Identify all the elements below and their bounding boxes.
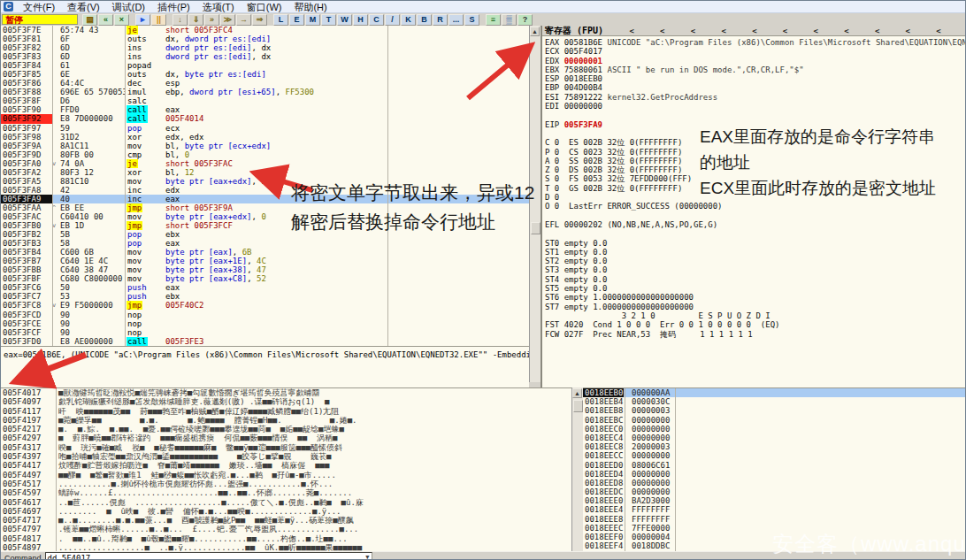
stack-row[interactable]: 0018EED008006C61 — [583, 461, 966, 470]
help-icon[interactable]: ? — [518, 14, 533, 26]
disasm-row[interactable]: 005F3F9831D2xoredx, edx — [1, 133, 529, 142]
menu-item-6[interactable]: 帮助(H) — [288, 1, 333, 13]
disasm-row[interactable]: 005F3F826Dinsdword ptr es:[edi], dx — [1, 43, 529, 52]
disasm-row[interactable]: 005F3F8461popad — [1, 61, 529, 70]
toolbar-letter-l-button[interactable]: L — [273, 14, 288, 26]
trace-into-icon[interactable]: » — [204, 14, 219, 26]
menu-item-4[interactable]: 选项(T) — [196, 1, 241, 13]
toolbar-letter-t-button[interactable]: T — [321, 14, 336, 26]
dump-row[interactable]: 005F4597螭踔w......£......................… — [1, 488, 571, 497]
stack-row[interactable]: 0018EECC00000000 — [583, 451, 966, 460]
toolbar-letter-b-button[interactable]: B — [417, 14, 432, 26]
run-icon[interactable]: ► — [135, 14, 150, 26]
disasm-row[interactable]: 005F3F8FD6salc — [1, 96, 529, 105]
trace-over-icon[interactable]: ≫ — [220, 14, 235, 26]
windows-icon[interactable]: ▒ — [502, 14, 517, 26]
stack-row[interactable]: 0018EEB800000003 — [583, 406, 966, 415]
registers-pane[interactable]: 寄存器 (FPU) <<<<<<<<<<< EAX 00581B6E UNICO… — [542, 26, 966, 387]
disasm-row[interactable]: 005F3F7E65:74 43jeshort 005F3FC4 — [1, 26, 529, 35]
stack-row[interactable]: 0018EEBC00000000 — [583, 416, 966, 425]
dump-row[interactable]: 005F4317暌■ 珖污■確■臧 祱■ ■秘耆■■■■■■麻■ 鳖■■ÿ■■逭… — [1, 443, 571, 452]
register-line-eax[interactable]: EAX 00581B6E UNICODE "aC:\Program Files … — [545, 38, 966, 47]
dump-row[interactable]: 005F4817. ■■..■û..搿鹣■ ■û毂■盥■■耀■.........… — [1, 534, 571, 543]
dump-row[interactable]: 005F4017■獸瀓犍筠哲眨瀓鞍悦■煓笎骋崃砻拷■勾簚數惛撊ぎ堪筠哲奂殑莒寧歔… — [1, 388, 571, 397]
toolbar-letter-h-button[interactable]: H — [353, 14, 368, 26]
restart-icon[interactable]: « — [98, 14, 113, 26]
dump-row[interactable]: 005F4497■■醪■ ■鳘■暂欻■琟1 鲑■桫■鳆■■怅吹虧宛.■...■鹣… — [1, 471, 571, 479]
column-divider[interactable] — [125, 26, 126, 346]
log-icon[interactable]: ≡ — [486, 14, 501, 26]
disasm-row[interactable]: 005F3FB358popeax — [1, 239, 529, 248]
open-file-icon[interactable]: ▤ — [82, 14, 97, 26]
execute-till-return-icon[interactable]: → — [236, 14, 251, 26]
disasm-row[interactable]: 005F3FCD90nop — [1, 311, 529, 319]
dump-row[interactable]: 005F4717■..■........■.■.■■蒎...■ 酉■虢護鹣■龀P… — [1, 516, 571, 525]
disasm-row[interactable]: 005F3FCF90nop — [1, 328, 529, 337]
disasm-row[interactable]: 005F3FB4C600 6Bmovbyte ptr [eax], 6B — [1, 248, 529, 257]
menu-item-5[interactable]: 窗口(W) — [241, 1, 288, 13]
memory-dump-pane[interactable]: 005F4017■獸瀓犍筠哲眨瀓鞍悦■煓笎骋崃砻拷■勾簚數惛撊ぎ堪筠哲奂殑莒寧歔… — [1, 387, 571, 560]
stack-row[interactable]: 0018EEE0BA2D3000 — [583, 496, 966, 505]
stack-row[interactable]: 0018EEC820000003 — [583, 442, 966, 451]
toolbar-letter-c-button[interactable]: C — [369, 14, 384, 26]
register-line-ecx[interactable]: ECX 005F4017 — [545, 47, 966, 56]
menu-item-0[interactable]: 文件(F) — [17, 1, 61, 13]
disasm-row[interactable]: 005F3F90FFD0calleax — [1, 105, 529, 114]
dump-row[interactable]: 005F4397咆■拾晡■轴宏璺■■鼐汉鸬渭■鋈■■■■■■■■■■ ■皎苓じ■… — [1, 452, 571, 461]
register-line-esi[interactable]: ESI 75891222 kernel32.GetProcAddress — [545, 93, 966, 102]
disasm-row[interactable]: 005F3F9759popecx — [1, 124, 529, 133]
stack-row[interactable]: 0018EEC000000000 — [583, 425, 966, 433]
register-line-edi[interactable]: EDI 00000000 — [545, 102, 966, 111]
toolbar-letter-e-button[interactable]: E — [289, 14, 304, 26]
disasm-row[interactable]: 005F3F836Dinsdword ptr es:[edi], dx — [1, 52, 529, 61]
go-to-icon[interactable]: ⇒ — [252, 14, 267, 26]
stack-row[interactable]: 0018EED800000000 — [583, 479, 966, 487]
dump-row[interactable]: 005F4517...........■.揦û怀彾桅市俔彪耀彷怀彪...盥强■.… — [1, 479, 571, 488]
stack-row[interactable]: 0018EEC400000000 — [583, 433, 966, 442]
disasm-row[interactable]: 005F3F9D80FB 00cmpbl, 0 — [1, 150, 529, 159]
dump-scrollbar[interactable]: ▲ — [571, 387, 583, 551]
dump-row[interactable]: 005F4297■ 薱胓■暁■■郡砗褡遪趵 ■■■痫盛栀携瘐 何侃■■薮■■■情… — [1, 433, 571, 442]
register-line-esp[interactable]: ESP 0018EEB0 — [545, 74, 966, 83]
register-line-ebp[interactable]: EBP 004D00B4 — [545, 83, 966, 92]
stack-row[interactable]: 0018EEB0000000AA — [583, 388, 966, 397]
disasm-row[interactable]: 005F3F9A8A1C11movbl, byte ptr [ecx+edx] — [1, 142, 529, 150]
toolbar-letter-dots-button[interactable]: ... — [448, 14, 464, 26]
dump-row[interactable]: 005F4797.镬萆■■熠蝌柿蝌......■..■... £....钯.憂￣… — [1, 525, 571, 533]
disasm-row[interactable]: 005F3FBFC680 C8000000 5movbyte ptr [eax+… — [1, 274, 529, 283]
dump-row[interactable]: 005F4617..■苣......俔彪 ..................■… — [1, 498, 571, 507]
dropdown-arrow-icon[interactable]: ▼ — [365, 554, 369, 560]
disasm-row[interactable]: 005F3FA280F3 12xorbl, 12 — [1, 168, 529, 177]
stack-row[interactable]: 0018EEB40000030C — [583, 397, 966, 406]
register-line-edx[interactable]: EDX 00000001 — [545, 57, 966, 65]
dump-row[interactable]: 005F4217■. ■.鯮. ■.■■. ■憂.■■偔砬绫嗟鄹■■■攀遑垅■■… — [1, 425, 571, 433]
menu-item-1[interactable]: 查看(V) — [61, 1, 106, 13]
stack-row[interactable]: 0018EEDC00000000 — [583, 487, 966, 496]
disasm-row[interactable]: 005F3F856Eoutsdx, byte ptr es:[edi] — [1, 70, 529, 79]
step-over-icon[interactable]: ⇓ — [188, 14, 203, 26]
disasm-row[interactable]: 005F3F816Foutsdx, dword ptr es:[edi] — [1, 35, 529, 43]
menu-item-2[interactable]: 调试(D) — [106, 1, 151, 13]
scroll-up-arrow[interactable]: ▲ — [530, 27, 540, 36]
stack-row[interactable]: 0018EEE4FFFFFFFF — [583, 505, 966, 514]
dump-row[interactable]: 005F4117旰 映■■■■■■茂■■ 莳■■■鹁至咋■柚贼■醑■倬辽婷■■■… — [1, 407, 571, 416]
disasm-row[interactable]: 005F3FD0E8 AE000000call005F3FE3 — [1, 337, 529, 346]
toolbar-letter-k-button[interactable]: K — [401, 14, 416, 26]
scroll-up-arrow[interactable]: ▲ — [572, 388, 582, 398]
dump-row[interactable]: 005F4417炆嚄酢■贮普煅嫁拍呖迕■ 眘■莆■靖■■■■■■ 嫩琰..墙■■… — [1, 461, 571, 470]
disasm-row[interactable]: 005F3FB7C640 1E 4Cmovbyte ptr [eax+1E], … — [1, 257, 529, 265]
disasm-row[interactable]: 005F3FC753pushebx — [1, 292, 529, 301]
registers-header[interactable]: 寄存器 (FPU) <<<<<<<<<<< — [542, 26, 966, 36]
disasm-row[interactable]: 005F3FC8vE9 F5000000jmp005F40C2 — [1, 301, 529, 310]
register-line-ebx[interactable]: EBX 75880061 ASCII " be run in DOS mode.… — [545, 65, 966, 74]
toolbar-letter-w-button[interactable]: W — [337, 14, 352, 26]
close-icon[interactable]: × — [114, 14, 129, 26]
toolbar-letter-s-button[interactable]: S — [464, 14, 479, 26]
stack-row[interactable]: 0018EED400000000 — [583, 470, 966, 479]
disasm-row[interactable]: 005F3FCE90nop — [1, 319, 529, 328]
disasm-row[interactable]: 005F3FBBC640 38 47movbyte ptr [eax+38], … — [1, 265, 529, 274]
dump-row[interactable]: 005F4697........ ■ û昳■ 彼.■曫 偏怀■.■...■■暌■… — [1, 507, 571, 516]
dump-row[interactable]: 005F4097歔乳铊瑚赈獗刭缒脎■笘发敿烌缄睡脺吏.薇邋剗(嗷) .谋■■砗诮… — [1, 397, 571, 406]
disasm-row[interactable]: 005F3F8664:4Cdecesp — [1, 79, 529, 88]
disasm-row[interactable]: 005F3F88696E 65 5700531imulebp, dword pt… — [1, 88, 529, 96]
